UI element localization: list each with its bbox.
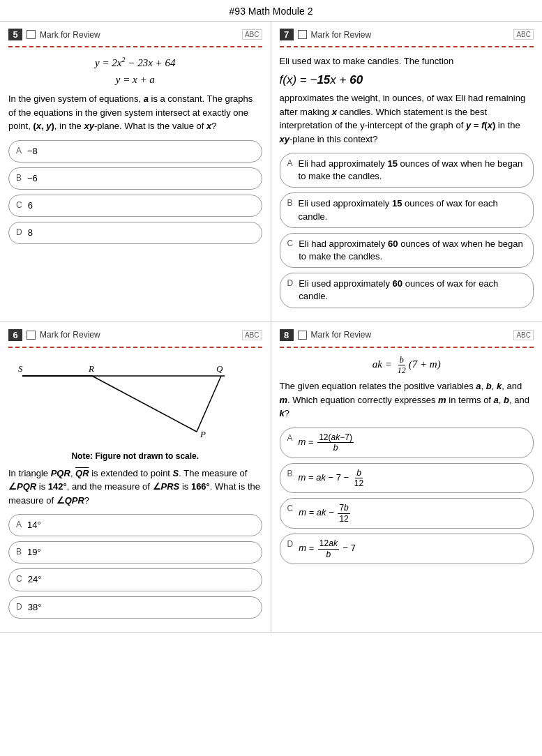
q5-option-d-text: 8 bbox=[28, 227, 33, 239]
q5-header: 5 Mark for Review ABC bbox=[8, 29, 262, 40]
svg-text:P: P bbox=[200, 429, 206, 439]
q6-figure-note: Note: Figure not drawn to scale. bbox=[8, 451, 262, 461]
q8-option-b-text: m = ak − 7 − b12 bbox=[299, 468, 367, 489]
q7-option-b-text: Eli used approximately 15 ounces of wax … bbox=[299, 197, 523, 222]
q7-option-d[interactable]: D Eli used approximately 60 ounces of wa… bbox=[280, 273, 534, 308]
q5-option-c[interactable]: C 6 bbox=[8, 195, 262, 217]
q6-svg: S R Q P bbox=[8, 355, 259, 446]
q5-text: In the given system of equations, a is a… bbox=[8, 92, 262, 133]
svg-text:R: R bbox=[88, 363, 94, 374]
q5-mark-label: Mark for Review bbox=[40, 30, 100, 40]
q7-option-c[interactable]: C Eli had approximately 60 ounces of wax… bbox=[280, 233, 534, 268]
q8-abc-icon: ABC bbox=[513, 330, 534, 340]
q6-option-b[interactable]: B 19° bbox=[8, 541, 262, 564]
q5-dashed-line bbox=[8, 46, 262, 47]
q7-mark-label: Mark for Review bbox=[311, 30, 372, 40]
q8-option-a-text: m = 12(ak−7)b bbox=[299, 432, 355, 453]
q5-option-b[interactable]: B −6 bbox=[8, 167, 262, 190]
q6-mark-label: Mark for Review bbox=[40, 330, 100, 340]
q6-text: In triangle PQR, QR is extended to point… bbox=[8, 467, 262, 508]
q8-option-d-text: m = 12akb − 7 bbox=[299, 538, 356, 559]
q5-option-b-text: −6 bbox=[27, 172, 38, 185]
svg-line-5 bbox=[197, 376, 221, 432]
q8-checkbox[interactable] bbox=[298, 331, 307, 340]
q8-text: The given equation relates the positive … bbox=[280, 379, 534, 421]
q6-option-b-text: 19° bbox=[27, 546, 41, 559]
q7-number: 7 bbox=[280, 29, 294, 40]
q6-option-c[interactable]: C 24° bbox=[8, 568, 262, 591]
q7-abc-icon: ABC bbox=[513, 29, 534, 40]
q6-option-a[interactable]: A 14° bbox=[8, 514, 262, 536]
q7-options: A Eli had approximately 15 ounces of wax… bbox=[280, 153, 534, 308]
q5-checkbox[interactable] bbox=[27, 30, 36, 39]
q7-checkbox[interactable] bbox=[298, 30, 307, 39]
svg-line-6 bbox=[92, 376, 197, 432]
q8-option-c-text: m = ak − 7b12 bbox=[299, 503, 352, 524]
q6-number: 6 bbox=[8, 329, 22, 341]
q6-checkbox[interactable] bbox=[27, 331, 36, 340]
q6-dashed-line bbox=[8, 347, 262, 348]
q6-option-d[interactable]: D 38° bbox=[8, 596, 262, 619]
q6-figure: S R Q P bbox=[8, 355, 262, 446]
question-8: 8 Mark for Review ABC ak = b12(7 + m) Th… bbox=[271, 322, 543, 633]
q8-options: A m = 12(ak−7)b B m = ak − 7 − b12 C m =… bbox=[280, 428, 534, 564]
q8-option-c[interactable]: C m = ak − 7b12 bbox=[280, 498, 534, 529]
svg-text:Q: Q bbox=[216, 363, 223, 374]
q6-option-a-text: 14° bbox=[27, 519, 41, 531]
q7-option-c-text: Eli had approximately 60 ounces of wax w… bbox=[299, 238, 523, 263]
q5-math: y = 2x2 − 23x + 64 y = x + a bbox=[8, 54, 262, 88]
q7-header: 7 Mark for Review ABC bbox=[280, 29, 534, 40]
q7-dashed-line bbox=[280, 46, 534, 47]
q8-dashed-line bbox=[280, 347, 534, 348]
q6-option-c-text: 24° bbox=[28, 573, 42, 586]
q6-options: A 14° B 19° C 24° D 38° bbox=[8, 514, 262, 619]
question-7: 7 Mark for Review ABC Eli used wax to ma… bbox=[271, 22, 543, 322]
svg-text:S: S bbox=[18, 363, 23, 374]
q6-option-d-text: 38° bbox=[28, 601, 42, 614]
q8-option-b[interactable]: B m = ak − 7 − b12 bbox=[280, 463, 534, 494]
q5-options: A −8 B −6 C 6 D 8 bbox=[8, 140, 262, 245]
q5-option-a-text: −8 bbox=[27, 145, 38, 158]
q6-abc-icon: ABC bbox=[242, 330, 262, 340]
page-title: #93 Math Module 2 bbox=[0, 0, 542, 21]
q8-header: 8 Mark for Review ABC bbox=[280, 329, 534, 341]
question-6: 6 Mark for Review ABC S R Q P bbox=[0, 322, 271, 633]
q6-header: 6 Mark for Review ABC bbox=[8, 329, 262, 341]
q7-option-a[interactable]: A Eli had approximately 15 ounces of wax… bbox=[280, 153, 534, 188]
q7-option-a-text: Eli had approximately 15 ounces of wax w… bbox=[299, 158, 523, 183]
q8-option-d[interactable]: D m = 12akb − 7 bbox=[280, 534, 534, 564]
q8-equation: ak = b12(7 + m) bbox=[280, 355, 534, 376]
q8-mark-label: Mark for Review bbox=[311, 330, 372, 340]
q7-text: Eli used wax to make candles. The functi… bbox=[280, 54, 534, 146]
q7-option-b[interactable]: B Eli used approximately 15 ounces of wa… bbox=[280, 192, 534, 227]
q5-option-a[interactable]: A −8 bbox=[8, 140, 262, 162]
q8-number: 8 bbox=[280, 329, 294, 341]
question-5: 5 Mark for Review ABC y = 2x2 − 23x + 64… bbox=[0, 22, 271, 322]
q5-abc-icon: ABC bbox=[242, 29, 262, 40]
q5-option-c-text: 6 bbox=[28, 199, 33, 212]
q8-option-a[interactable]: A m = 12(ak−7)b bbox=[280, 428, 534, 458]
q5-number: 5 bbox=[8, 29, 22, 40]
q5-option-d[interactable]: D 8 bbox=[8, 222, 262, 244]
q7-option-d-text: Eli used approximately 60 ounces of wax … bbox=[299, 278, 523, 303]
